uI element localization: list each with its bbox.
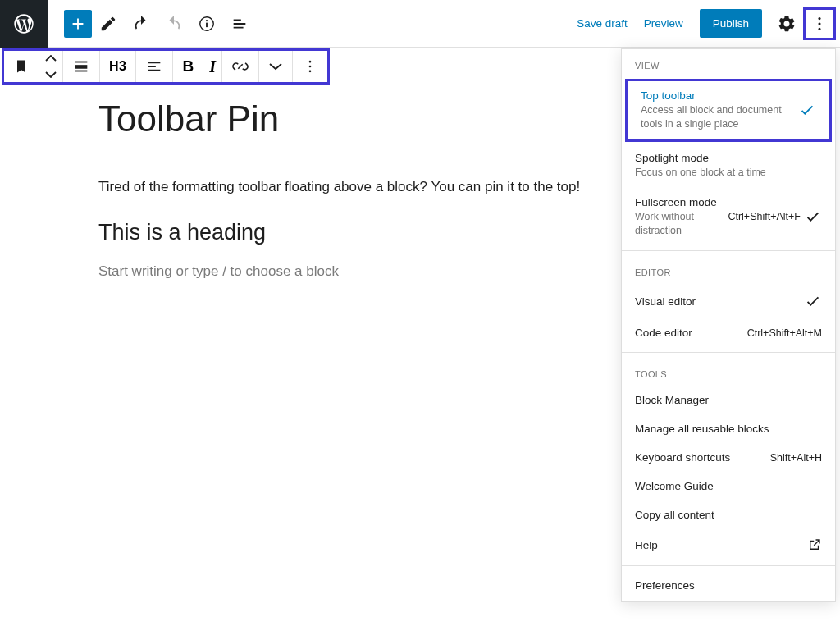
check-icon [804,292,822,310]
chevron-up-icon [45,55,57,62]
external-link-icon [807,537,822,552]
add-block-button[interactable] [64,10,92,38]
svg-point-4 [818,22,820,25]
info-button[interactable] [190,7,223,40]
undo-icon [132,15,150,33]
menu-item-label: Copy all content [635,509,822,521]
svg-rect-8 [75,71,88,72]
block-type-button[interactable] [4,51,39,82]
bookmark-icon [13,58,30,75]
link-button[interactable] [222,51,259,82]
check-icon [804,208,822,226]
menu-reusable-blocks[interactable]: Manage all reusable blocks [622,414,835,443]
menu-fullscreen-mode[interactable]: Fullscreen mode Work without distraction… [622,188,835,246]
redo-button [158,7,190,40]
menu-item-label: Welcome Guide [635,480,822,492]
menu-welcome-guide[interactable]: Welcome Guide [622,472,835,501]
more-vertical-icon [302,58,318,75]
menu-item-label: Fullscreen mode [635,196,723,208]
menu-item-label: Visual editor [635,295,804,308]
section-title-view: View [622,49,835,77]
wordpress-logo[interactable] [0,0,48,48]
svg-rect-1 [206,22,208,27]
menu-item-label: Preferences [635,579,822,592]
menu-item-shortcut: Ctrl+Shift+Alt+M [747,327,822,339]
menu-item-label: Block Manager [635,394,822,406]
menu-preferences[interactable]: Preferences [622,571,835,600]
menu-copy-all[interactable]: Copy all content [622,501,835,529]
menu-item-label: Code editor [635,327,742,339]
redo-icon [165,15,183,33]
menu-help[interactable]: Help [622,529,835,560]
menu-item-desc: Access all block and document tools in a… [641,103,798,131]
heading-level-label: H3 [109,59,126,74]
menu-spotlight-mode[interactable]: Spotlight mode Focus on one block at a t… [622,144,835,188]
link-icon [231,57,249,75]
more-formatting-button[interactable] [259,51,293,82]
menu-item-desc: Focus on one block at a time [635,166,822,180]
menu-item-shortcut: Shift+Alt+H [770,452,822,464]
undo-button[interactable] [125,7,158,40]
svg-point-2 [206,20,208,21]
text-align-button[interactable] [136,51,173,82]
svg-rect-7 [75,65,88,69]
align-button[interactable] [63,51,100,82]
svg-rect-6 [75,62,88,63]
block-more-button[interactable] [293,51,327,82]
bold-button[interactable]: B [173,51,203,82]
block-toolbar: H3 B I [2,48,330,85]
chevron-down-icon [45,71,57,78]
plus-icon [69,15,87,33]
more-vertical-icon [810,15,829,33]
svg-point-3 [818,17,820,20]
more-options-button[interactable] [803,7,836,40]
settings-button[interactable] [770,7,803,40]
menu-item-label: Top toolbar [641,89,798,102]
align-left-icon [145,57,163,75]
svg-point-11 [309,71,312,73]
bold-icon: B [182,57,194,75]
menu-item-desc: Work without distraction [635,210,723,238]
editor-topbar: Save draft Preview Publish [0,0,840,48]
menu-item-label: Help [635,539,807,551]
menu-item-shortcut: Ctrl+Shift+Alt+F [728,211,801,222]
section-title-editor: Editor [622,256,835,284]
italic-icon: I [209,57,216,76]
menu-visual-editor[interactable]: Visual editor [622,284,835,318]
svg-point-5 [818,27,820,30]
menu-keyboard-shortcuts[interactable]: Keyboard shortcuts Shift+Alt+H [622,443,835,472]
save-draft-button[interactable]: Save draft [568,17,636,30]
align-none-icon [72,57,90,75]
menu-top-toolbar[interactable]: Top toolbar Access all block and documen… [625,79,832,142]
chevron-down-icon [268,62,283,71]
gear-icon [777,14,797,34]
menu-code-editor[interactable]: Code editor Ctrl+Shift+Alt+M [622,318,835,347]
preview-button[interactable]: Preview [636,17,692,30]
options-menu: View Top toolbar Access all block and do… [621,48,836,602]
heading-level-button[interactable]: H3 [100,51,136,82]
outline-button[interactable] [223,7,256,40]
svg-point-10 [309,66,312,68]
menu-item-label: Manage all reusable blocks [635,423,822,435]
publish-button[interactable]: Publish [700,9,762,38]
svg-point-9 [309,61,312,63]
italic-button[interactable]: I [203,51,222,82]
check-icon [798,101,816,119]
wordpress-icon [12,12,35,35]
menu-item-label: Keyboard shortcuts [635,451,765,464]
info-icon [198,15,216,33]
menu-item-label: Spotlight mode [635,152,822,164]
move-block-buttons[interactable] [39,51,63,82]
menu-block-manager[interactable]: Block Manager [622,386,835,414]
outline-icon [231,15,249,33]
edit-mode-button[interactable] [92,7,125,40]
pencil-icon [99,15,117,33]
section-title-tools: Tools [622,358,835,386]
